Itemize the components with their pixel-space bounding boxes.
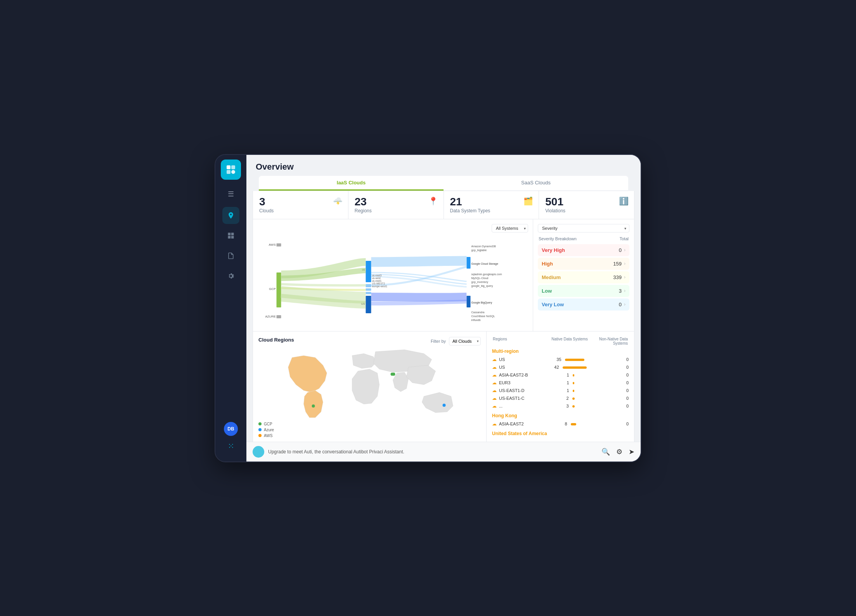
forward-icon[interactable]: ➤ — [629, 448, 634, 456]
clouds-icon: 🌩️ — [333, 196, 343, 206]
sankey-filter-select[interactable]: All Systems AWS GCP Azure — [492, 224, 528, 233]
svg-text:AZURE: AZURE — [265, 315, 276, 318]
table-row: ☁ US-EAST1-D 1 0 — [492, 387, 629, 394]
search-icon[interactable]: 🔍 — [601, 448, 610, 456]
chat-bubble: Upgrade to meet Auti, the conversational… — [253, 446, 404, 458]
svg-rect-17 — [467, 257, 471, 269]
data-systems-label: Data System Types — [450, 208, 533, 213]
regions-table-area: Regions Native Data Systems Non-Native D… — [487, 331, 634, 442]
sidebar-item-reports[interactable] — [222, 247, 239, 264]
region-bar — [573, 390, 574, 392]
region-bar — [573, 382, 574, 384]
region-native-count: 42 — [551, 365, 590, 370]
violations-label: Violations — [545, 208, 628, 213]
sidebar: ☰ DB ⁙ — [215, 155, 246, 462]
region-nonnative-count: 0 — [590, 380, 629, 385]
map-filter: Filter by All Clouds AWS GCP Azure — [431, 337, 481, 345]
regions-table-header: Regions Native Data Systems Non-Native D… — [492, 337, 629, 345]
region-group-usa: United States of America — [492, 431, 629, 436]
stat-clouds: 3 Clouds 🌩️ — [253, 191, 348, 219]
region-bar — [572, 397, 575, 400]
tab-saas-clouds[interactable]: SaaS Clouds — [444, 176, 628, 191]
svg-text:google_big_query: google_big_query — [471, 285, 493, 288]
svg-text:us-east3: us-east3 — [372, 274, 382, 277]
severity-very-low-arrow: › — [624, 302, 626, 307]
hamburger-menu[interactable]: ☰ — [225, 187, 236, 201]
svg-rect-8 — [277, 315, 281, 318]
severity-very-high-label: Very High — [542, 247, 565, 253]
more-options-icon[interactable]: ⁙ — [224, 439, 238, 453]
region-group-hongkong: Hong Kong — [492, 413, 629, 418]
dashboard-body: IaaS Clouds SaaS Clouds 3 Clouds 🌩️ 23 R… — [246, 176, 641, 442]
region-name: ☁ US — [492, 357, 551, 362]
severity-filter: Severity High Medium Low ▾ — [538, 224, 629, 233]
legend-aws-label: AWS — [264, 434, 272, 438]
region-nonnative-count: 0 — [590, 365, 629, 370]
severity-very-high-arrow: › — [624, 247, 626, 253]
region-nonnative-count: 0 — [590, 373, 629, 377]
severity-dropdown[interactable]: Severity High Medium Low — [538, 224, 629, 233]
stat-data-systems: 21 Data System Types 🗂️ — [444, 191, 539, 219]
sankey-area: All Systems AWS GCP Azure AWS — [253, 219, 533, 331]
col-region-header: Regions — [493, 337, 550, 345]
severity-panel: Severity High Medium Low ▾ Severity Brea… — [533, 219, 634, 331]
svg-rect-12 — [366, 284, 371, 287]
svg-text:AWS: AWS — [269, 243, 276, 246]
col-nonnative-header: Non-Native Data Systems — [589, 337, 628, 345]
table-row: ☁ US 35 0 — [492, 356, 629, 363]
tab-iaas-clouds[interactable]: IaaS Clouds — [259, 176, 444, 191]
gcp-cloud-icon: ☁ — [492, 403, 497, 409]
region-nonnative-count: 0 — [590, 422, 629, 426]
severity-total-label: Total — [620, 236, 629, 241]
svg-text:gcp_inventory: gcp_inventory — [471, 281, 489, 284]
severity-very-low-count: 0 › — [619, 302, 626, 307]
bottom-section: Cloud Regions Filter by All Clouds AWS G… — [253, 331, 634, 442]
region-nonnative-count: 0 — [590, 388, 629, 393]
severity-item-very-low[interactable]: Very Low 0 › — [538, 298, 629, 311]
severity-item-very-high[interactable]: Very High 0 › — [538, 244, 629, 256]
page-header: Overview — [246, 155, 641, 176]
sidebar-item-settings[interactable] — [222, 267, 239, 285]
data-systems-number: 21 — [450, 196, 533, 207]
severity-item-high[interactable]: High 159 › — [538, 258, 629, 270]
severity-item-medium[interactable]: Medium 339 › — [538, 271, 629, 283]
logo[interactable] — [221, 160, 241, 180]
region-name: ☁ US-EAST1-D — [492, 388, 551, 393]
map-filter-select[interactable]: All Clouds AWS GCP Azure — [449, 337, 481, 345]
table-row: ☁ US-EAST1-C 2 0 — [492, 394, 629, 402]
sankey-chart: AWS GCP AZURE us — [258, 236, 528, 325]
tabs-container: IaaS Clouds SaaS Clouds — [259, 176, 628, 191]
table-row: ☁ ASIA-EAST2 8 0 — [492, 420, 629, 428]
stat-regions: 23 Regions 📍 — [348, 191, 444, 219]
region-name: ☁ US — [492, 364, 551, 370]
severity-item-low[interactable]: Low 3 › — [538, 285, 629, 297]
region-group-multiregion: Multi-region — [492, 349, 629, 354]
filter-icon[interactable]: ⚙ — [616, 448, 622, 456]
svg-text:GCP: GCP — [269, 287, 276, 291]
gcp-cloud-icon: ☁ — [492, 396, 497, 401]
svg-text:Cassandra: Cassandra — [471, 311, 485, 314]
sidebar-item-dashboard[interactable] — [222, 227, 239, 244]
sankey-filter: All Systems AWS GCP Azure — [258, 224, 528, 233]
table-row: ☁ US 42 0 — [492, 363, 629, 371]
svg-text:gcp_bigtable: gcp_bigtable — [471, 249, 487, 252]
severity-breakdown-label: Severity Breakdown — [539, 236, 577, 241]
col-native-header: Native Data Systems — [550, 337, 589, 345]
azure-dot — [258, 428, 262, 431]
region-native-count: 8 — [551, 422, 590, 426]
logo-icon — [225, 164, 237, 175]
map-area: Cloud Regions Filter by All Clouds AWS G… — [253, 331, 487, 442]
user-avatar[interactable]: DB — [224, 422, 238, 436]
region-native-count: 2 — [551, 396, 590, 401]
svg-text:Google Cloud Storage: Google Cloud Storage — [471, 262, 498, 265]
region-name: ☁ ... — [492, 403, 551, 409]
severity-low-count: 3 › — [619, 288, 626, 294]
filter-by-label: Filter by — [431, 339, 446, 344]
svg-text:sqladmin.googleapis.com: sqladmin.googleapis.com — [471, 273, 502, 276]
gcp-cloud-icon: ☁ — [492, 372, 497, 378]
severity-medium-label: Medium — [542, 274, 561, 280]
severity-low-arrow: › — [624, 288, 626, 293]
sidebar-item-home[interactable] — [222, 207, 239, 224]
gcp-cloud-icon: ☁ — [492, 364, 497, 370]
region-bar — [573, 374, 574, 377]
